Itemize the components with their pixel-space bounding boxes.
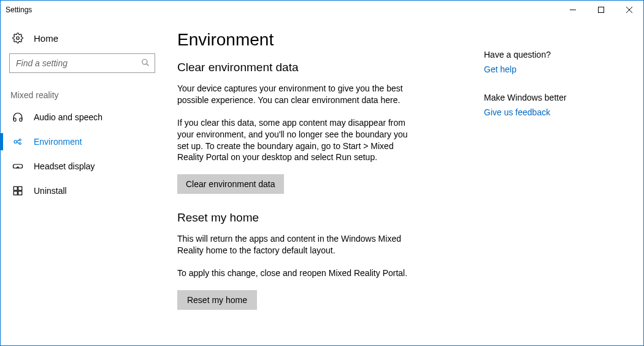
close-icon	[626, 7, 632, 13]
aside-column: Have a question? Get help Make Windows b…	[484, 30, 619, 333]
section-title-reset-home: Reset my home	[177, 211, 484, 225]
svg-line-11	[17, 142, 20, 144]
sidebar-item-label: Environment	[34, 137, 82, 147]
sidebar-item-uninstall[interactable]: Uninstall	[1, 179, 166, 203]
close-button[interactable]	[615, 1, 643, 19]
svg-line-10	[17, 140, 20, 141]
get-help-link[interactable]: Get help	[484, 64, 619, 74]
maximize-button[interactable]	[587, 1, 615, 19]
svg-rect-14	[18, 186, 22, 190]
settings-window: Settings Home	[0, 0, 644, 346]
sidebar-section-header: Mixed reality	[1, 82, 166, 105]
body: Home Mixed reality Audio and speech	[1, 19, 643, 345]
svg-rect-15	[13, 191, 17, 195]
home-button[interactable]: Home	[1, 26, 166, 50]
svg-point-8	[19, 139, 21, 141]
minimize-button[interactable]	[559, 1, 587, 19]
sidebar-item-audio-speech[interactable]: Audio and speech	[1, 105, 166, 129]
svg-point-9	[19, 143, 21, 145]
reset-my-home-button[interactable]: Reset my home	[177, 290, 257, 310]
svg-rect-1	[599, 7, 604, 13]
section2-para1: This will return the apps and content in…	[177, 233, 410, 256]
main-content: Environment Clear environment data Your …	[166, 19, 643, 345]
sidebar: Home Mixed reality Audio and speech	[1, 19, 166, 345]
svg-point-4	[17, 37, 20, 40]
question-label: Have a question?	[484, 50, 619, 60]
minimize-icon	[570, 7, 576, 13]
search-icon	[141, 58, 150, 69]
svg-rect-16	[18, 191, 22, 195]
page-title: Environment	[177, 30, 484, 50]
maximize-icon	[598, 7, 604, 13]
headphones-icon	[12, 112, 24, 123]
content-column: Environment Clear environment data Your …	[177, 30, 484, 333]
section-gap	[177, 194, 484, 211]
svg-point-5	[142, 59, 147, 64]
sidebar-item-label: Uninstall	[34, 186, 67, 196]
search-box[interactable]	[9, 53, 155, 73]
window-controls	[559, 1, 643, 19]
section1-para2: If you clear this data, some app content…	[177, 117, 410, 164]
search-wrap	[1, 50, 166, 82]
sidebar-item-label: Headset display	[34, 161, 95, 171]
headset-icon	[12, 161, 24, 172]
svg-rect-13	[13, 186, 17, 190]
section2-para2: To apply this change, close and reopen M…	[177, 267, 410, 279]
section1-para1: Your device captures your environment to…	[177, 83, 410, 106]
gear-icon	[12, 33, 24, 44]
sidebar-item-label: Audio and speech	[34, 112, 102, 122]
sidebar-item-environment[interactable]: Environment	[1, 129, 166, 154]
titlebar: Settings	[1, 1, 643, 19]
home-label: Home	[34, 33, 58, 44]
svg-line-6	[147, 63, 149, 66]
environment-icon	[12, 136, 24, 147]
search-input[interactable]	[15, 58, 141, 69]
section-title-clear-env: Clear environment data	[177, 61, 484, 74]
window-title: Settings	[6, 6, 32, 14]
clear-environment-data-button[interactable]: Clear environment data	[177, 174, 284, 194]
make-windows-better-label: Make Windows better	[484, 93, 619, 102]
uninstall-icon	[12, 185, 24, 196]
give-feedback-link[interactable]: Give us feedback	[484, 107, 619, 117]
sidebar-item-headset-display[interactable]: Headset display	[1, 154, 166, 179]
svg-point-7	[14, 140, 17, 144]
